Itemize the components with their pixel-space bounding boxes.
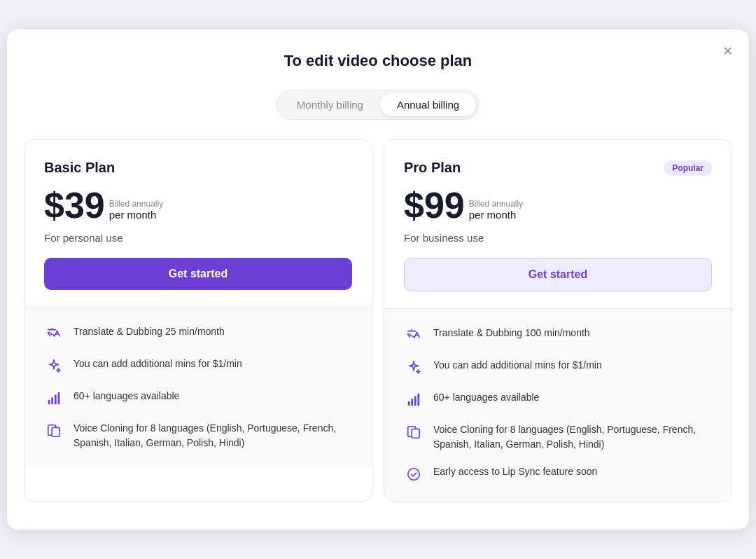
list-item: Early access to Lip Sync feature soon	[404, 464, 712, 484]
svg-rect-5	[52, 427, 59, 436]
modal-title: To edit video choose plan	[24, 52, 732, 70]
basic-plan-name-row: Basic Plan	[44, 160, 352, 176]
pro-plan-features: Translate & Dubbing 100 min/month You ca…	[384, 309, 732, 501]
list-item: Translate & Dubbing 100 min/month	[404, 326, 712, 345]
pro-plan-subtitle: For business use	[404, 232, 712, 244]
pro-billed-text: Billed annually	[469, 199, 523, 209]
basic-price-amount: $39	[44, 187, 105, 223]
pro-get-started-button[interactable]: Get started	[404, 258, 712, 291]
pro-price-row: $99 Billed annually per month	[404, 187, 712, 223]
close-button[interactable]: ×	[723, 43, 732, 59]
svg-rect-2	[55, 395, 57, 405]
basic-plan-name: Basic Plan	[44, 160, 115, 176]
basic-feature-4-text: Voice Cloning for 8 languages (English, …	[74, 421, 352, 450]
pro-plan-name-row: Pro Plan Popular	[404, 160, 712, 176]
svg-rect-0	[48, 400, 50, 404]
basic-plan-top: Basic Plan $39 Billed annually per month…	[24, 140, 372, 308]
popular-badge: Popular	[664, 160, 712, 176]
billing-toggle: Monthly billing Annual billing	[24, 90, 732, 120]
svg-rect-7	[411, 399, 413, 406]
svg-rect-6	[408, 401, 410, 406]
basic-price-details: Billed annually per month	[109, 199, 163, 223]
pricing-modal: To edit video choose plan × Monthly bill…	[7, 29, 749, 530]
sparkle-icon	[44, 357, 64, 376]
svg-rect-3	[58, 392, 60, 404]
monthly-billing-button[interactable]: Monthly billing	[280, 93, 380, 116]
basic-get-started-button[interactable]: Get started	[44, 258, 352, 290]
list-item: You can add additional mins for $1/min	[404, 358, 712, 378]
basic-plan-subtitle: For personal use	[44, 232, 352, 244]
list-item: Voice Cloning for 8 languages (English, …	[404, 422, 712, 452]
pro-feature-5-text: Early access to Lip Sync feature soon	[433, 464, 597, 479]
basic-plan-card: Basic Plan $39 Billed annually per month…	[24, 139, 372, 502]
basic-billed-text: Billed annually	[109, 199, 163, 209]
bars-icon	[404, 390, 424, 410]
list-item: 60+ languages available	[404, 390, 712, 410]
plans-container: Basic Plan $39 Billed annually per month…	[24, 139, 732, 502]
sparkle-icon	[404, 358, 424, 378]
basic-per-month: per month	[109, 209, 163, 221]
pro-per-month: per month	[469, 209, 523, 221]
pro-price-amount: $99	[404, 187, 465, 223]
translate-icon	[44, 324, 64, 344]
pro-plan-card: Pro Plan Popular $99 Billed annually per…	[384, 139, 732, 502]
pro-feature-3-text: 60+ languages available	[433, 390, 539, 405]
svg-point-12	[408, 469, 420, 481]
toggle-wrapper: Monthly billing Annual billing	[276, 90, 479, 120]
list-item: Voice Cloning for 8 languages (English, …	[44, 421, 352, 450]
svg-rect-11	[412, 429, 419, 438]
svg-rect-1	[51, 397, 53, 404]
basic-feature-3-text: 60+ languages available	[74, 389, 179, 403]
list-item: Translate & Dubbing 25 min/month	[44, 324, 352, 344]
svg-rect-9	[418, 394, 420, 406]
bars-icon	[44, 389, 64, 408]
pro-price-details: Billed annually per month	[469, 199, 523, 223]
pro-feature-2-text: You can add additional mins for $1/min	[433, 358, 602, 373]
list-item: You can add additional mins for $1/min	[44, 357, 352, 376]
list-item: 60+ languages available	[44, 389, 352, 408]
modal-header: To edit video choose plan	[24, 52, 732, 70]
svg-rect-8	[414, 396, 416, 406]
clone-icon	[404, 422, 424, 442]
clone-icon	[44, 421, 64, 441]
annual-billing-button[interactable]: Annual billing	[380, 93, 476, 116]
basic-plan-features: Translate & Dubbing 25 min/month You can…	[24, 308, 372, 467]
check-circle-icon	[404, 464, 424, 484]
basic-price-row: $39 Billed annually per month	[44, 187, 352, 223]
basic-feature-2-text: You can add additional mins for $1/min	[74, 357, 242, 371]
translate-icon	[404, 326, 424, 345]
pro-plan-top: Pro Plan Popular $99 Billed annually per…	[384, 140, 732, 309]
basic-feature-1-text: Translate & Dubbing 25 min/month	[74, 324, 225, 339]
pro-plan-name: Pro Plan	[404, 160, 461, 176]
pro-feature-1-text: Translate & Dubbing 100 min/month	[433, 326, 590, 340]
pro-feature-4-text: Voice Cloning for 8 languages (English, …	[433, 422, 712, 452]
